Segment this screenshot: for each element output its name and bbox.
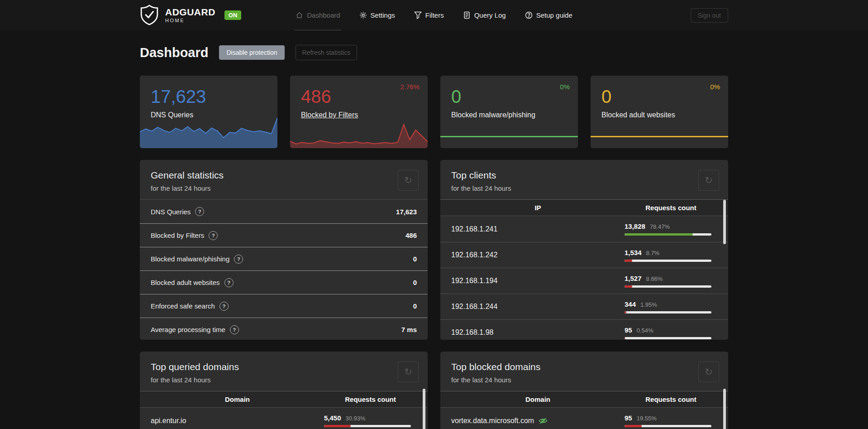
requests-count: 5,450 [324, 414, 341, 422]
scrollbar-thumb[interactable] [723, 200, 726, 244]
progress-bar [625, 311, 711, 313]
stat-row-value: 0 [413, 279, 417, 286]
row-name[interactable]: vortex.data.microsoft.com [451, 417, 534, 425]
refresh-panel-button[interactable]: ↻ [698, 362, 719, 382]
stat-row-value: 17,623 [396, 208, 417, 216]
refresh-panel-button[interactable]: ↻ [398, 362, 419, 382]
requests-percent: 78.47% [650, 223, 670, 230]
requests-percent: 0.54% [637, 327, 653, 334]
stat-card-dns-queries: 17,623DNS Queries [140, 76, 277, 148]
protection-on-badge: ON [224, 10, 242, 20]
stat-card-value: 486 [301, 87, 331, 107]
panel-subtitle: for the last 24 hours [151, 184, 417, 192]
stat-card-percent: 0% [560, 83, 570, 91]
help-question-icon[interactable]: ? [224, 278, 234, 287]
table-row: vortex.data.microsoft.com9519.55% [440, 408, 728, 429]
refresh-statistics-button[interactable]: Refresh statistics [296, 45, 358, 60]
table-row: 192.168.1.24113,82878.47% [440, 216, 728, 242]
general-stat-row: Blocked malware/phishing?0 [140, 247, 428, 270]
requests-percent: 8.66% [646, 275, 663, 282]
stat-card-value: 0 [601, 87, 611, 107]
panel-title: Top clients [451, 170, 717, 181]
general-statistics-rows: DNS Queries?17,623Blocked by Filters?486… [140, 199, 428, 340]
sparkline-chart [290, 118, 428, 148]
requests-percent: 8.7% [646, 250, 660, 256]
top-blocked-rows: vortex.data.microsoft.com9519.55% [440, 408, 728, 429]
stat-card-label: Blocked malware/phishing [451, 111, 535, 119]
row-name[interactable]: 192.168.1.242 [451, 251, 497, 259]
help-question-icon[interactable]: ? [195, 207, 204, 216]
stat-row-label: Blocked adult websites [151, 279, 220, 286]
sparkline-chart [140, 113, 277, 148]
progress-bar [625, 233, 711, 236]
nav-item-query-log[interactable]: Query Log [462, 0, 507, 30]
panel-title: Top queried domains [151, 362, 417, 372]
help-question-icon[interactable]: ? [230, 325, 239, 334]
refresh-panel-button[interactable]: ↻ [698, 170, 719, 191]
stat-row-label: Blocked by Filters [151, 231, 204, 239]
nav-item-dashboard[interactable]: Dashboard [295, 0, 341, 30]
funnel-icon [414, 11, 422, 19]
top-clients-panel: Top clients for the last 24 hours ↻ IP R… [440, 160, 728, 340]
column-header-requests: Requests count [324, 395, 417, 403]
requests-count: 95 [625, 326, 632, 334]
row-name[interactable]: 192.168.1.98 [451, 328, 493, 337]
stat-card-percent: 2.76% [400, 83, 420, 91]
stat-row-value: 7 ms [401, 326, 417, 333]
scrollbar-thumb[interactable] [723, 389, 726, 429]
stat-card-blocked-by-filters: 4862.76%Blocked by Filters [290, 76, 428, 148]
refresh-panel-button[interactable]: ↻ [398, 170, 419, 191]
sparkline-flat [440, 136, 578, 137]
top-blocked-domains-panel: Top blocked domains for the last 24 hour… [440, 352, 728, 429]
top-queried-rows: api.entur.io5,45030.93% [140, 408, 428, 429]
table-row: 192.168.1.2443441.95% [440, 294, 728, 319]
stat-row-value: 0 [413, 302, 417, 310]
stat-row-label: Average processing time [151, 326, 225, 333]
row-name[interactable]: 192.168.1.194 [451, 277, 497, 285]
stat-card-label: Blocked adult websites [601, 111, 675, 119]
stat-cards-row: 17,623DNS Queries4862.76%Blocked by Filt… [140, 76, 728, 148]
help-question-icon[interactable]: ? [234, 255, 243, 264]
row-name[interactable]: 192.168.1.244 [451, 303, 497, 311]
panels-row-2: Top queried domains for the last 24 hour… [140, 352, 728, 429]
sign-out-button[interactable]: Sign out [691, 8, 728, 23]
disable-protection-button[interactable]: Disable protection [219, 45, 284, 60]
help-question-icon[interactable]: ? [219, 302, 229, 311]
top-queried-domains-panel: Top queried domains for the last 24 hour… [140, 352, 428, 429]
help-question-icon[interactable]: ? [209, 231, 218, 240]
stat-card-percent: 0% [710, 83, 720, 91]
nav-item-setup-guide[interactable]: Setup guide [524, 0, 573, 30]
document-icon [463, 11, 471, 19]
general-statistics-panel: General statistics for the last 24 hours… [140, 160, 428, 340]
nav-item-label: Setup guide [536, 11, 572, 19]
nav-item-label: Dashboard [307, 11, 340, 19]
row-name[interactable]: 192.168.1.241 [451, 225, 497, 233]
general-stat-row: Blocked by Filters?486 [140, 223, 428, 247]
column-header-requests: Requests count [625, 395, 717, 403]
brand-sub: HOME [165, 18, 215, 23]
top-navbar: ADGUARD HOME ON DashboardSettingsFilters… [0, 0, 868, 30]
panel-title: Top blocked domains [451, 362, 717, 372]
panel-subtitle: for the last 24 hours [451, 184, 717, 192]
scrollbar-thumb[interactable] [423, 389, 425, 429]
nav-item-filters[interactable]: Filters [413, 0, 445, 30]
sparkline-flat [591, 136, 728, 137]
requests-count: 1,534 [625, 249, 642, 256]
stat-row-label: Enforced safe search [151, 302, 215, 310]
column-header-domain: Domain [451, 395, 625, 403]
nav-item-settings[interactable]: Settings [358, 0, 396, 30]
stat-row-value: 486 [405, 231, 417, 239]
progress-bar [625, 337, 711, 339]
column-header-ip: IP [451, 204, 625, 212]
requests-percent: 30.93% [346, 415, 366, 422]
eye-off-icon[interactable] [539, 417, 548, 425]
column-header-requests: Requests count [625, 204, 717, 212]
requests-count: 13,828 [625, 222, 645, 230]
requests-count: 1,527 [625, 275, 642, 282]
row-name[interactable]: api.entur.io [151, 417, 186, 425]
progress-bar [324, 425, 411, 427]
adguard-logo: ADGUARD HOME ON [140, 5, 294, 26]
requests-count: 344 [625, 300, 636, 308]
gear-icon [359, 11, 367, 19]
panels-row-1: General statistics for the last 24 hours… [140, 160, 728, 340]
